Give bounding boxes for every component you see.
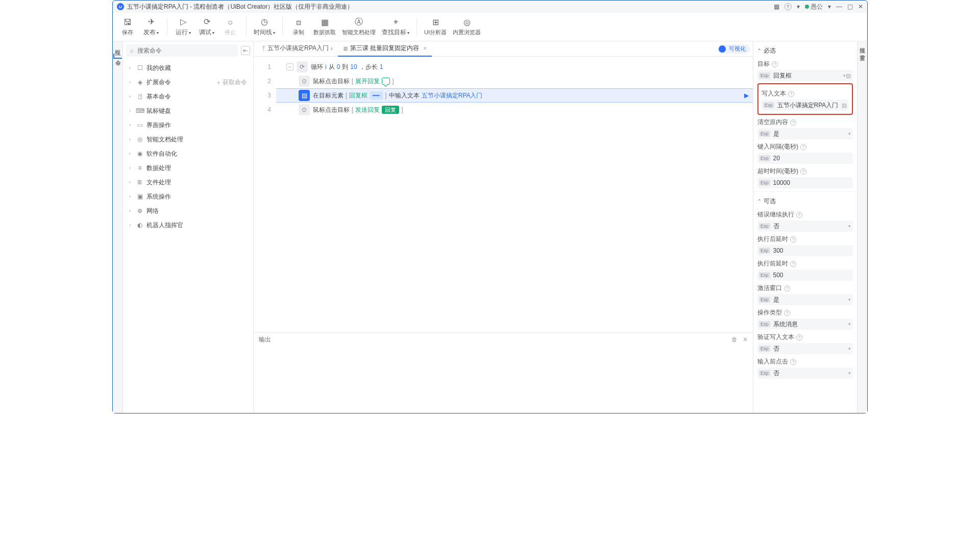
info-icon[interactable]: ? (800, 144, 806, 150)
system-icon: ▣ (136, 193, 143, 200)
help-icon[interactable]: ? (785, 3, 792, 10)
robot-icon: ◐ (136, 222, 143, 229)
info-icon[interactable]: ? (796, 212, 802, 218)
tree-item-mousekb[interactable]: ›⌨鼠标键盘 (126, 104, 250, 118)
docai-button[interactable]: Ⓐ智能文档处理 (339, 16, 379, 38)
info-icon[interactable]: ? (784, 285, 790, 291)
rail-tab-flow[interactable]: 流程 (114, 43, 121, 47)
browser-icon: ◎ (462, 18, 472, 27)
data-icon: ≡ (136, 164, 143, 172)
breadcrumb-tab[interactable]: ᛘ五节小课搞定RPA入门› (257, 41, 338, 57)
optional-section[interactable]: ⌃可选 (757, 195, 853, 207)
debug-icon: ⟳ (202, 17, 212, 27)
info-icon[interactable]: ? (784, 310, 790, 316)
run-icon: ▷ (178, 17, 188, 27)
tree-item-data[interactable]: ›≡数据处理 (126, 161, 250, 175)
info-icon[interactable]: ? (790, 359, 796, 365)
publish-button[interactable]: ✈发布▾ (139, 15, 163, 39)
line-2[interactable]: ⊙ 鼠标点击目标 [ 展开回复 ] (276, 74, 753, 88)
close-icon[interactable]: ✕ (858, 3, 863, 10)
collapse-icon[interactable]: − (286, 63, 293, 70)
user-status[interactable]: 愚公 (805, 3, 823, 11)
target-chip-icon (382, 78, 390, 85)
info-icon[interactable]: ? (790, 119, 796, 126)
line-1[interactable]: − ⟳ 循环 i 从 0 到 10 ，步长 1 (276, 60, 753, 74)
stop-icon: ○ (225, 18, 235, 27)
stop-button: ○停止 (218, 16, 242, 38)
prop-activate-value[interactable]: Exp是▾ (757, 294, 853, 305)
save-button[interactable]: 🖫保存 (116, 16, 139, 38)
apps-icon[interactable]: ▦ (774, 3, 779, 10)
prop-target-value[interactable]: Exp回复框▾▨ (757, 70, 853, 81)
prop-delaybefore-value[interactable]: Exp500 (757, 270, 853, 281)
active-tab[interactable]: ≣第三课 批量回复固定内容× (338, 41, 432, 57)
run-button[interactable]: ▷运行▾ (172, 15, 195, 39)
run-line-icon[interactable]: ▶ (744, 92, 749, 99)
rail-tab-commands[interactable]: 命令 (113, 54, 122, 59)
tree-item-extensions[interactable]: ›◈扩展命令＋ 获取命令 (126, 75, 250, 89)
prop-interval-value[interactable]: Exp20 (757, 153, 853, 164)
line-4[interactable]: ⊙ 鼠标点击目标 [ 发送回复 回复 ] (276, 103, 753, 117)
tree-item-docai[interactable]: ›◎智能文档处理 (126, 132, 250, 147)
prop-text-value[interactable]: Exp五节小课搞定RPA入门▨ (762, 100, 849, 111)
info-icon[interactable]: ? (796, 334, 802, 340)
prop-timeout-value[interactable]: Exp10000 (757, 177, 853, 188)
search-input[interactable] (126, 44, 238, 57)
pick-icon[interactable]: ▨ (846, 72, 851, 79)
minimize-icon[interactable]: — (836, 3, 842, 10)
prop-errcont-label: 错误继续执行 (757, 210, 794, 219)
target-chip: ━━ (370, 91, 383, 100)
get-commands-link[interactable]: ＋ 获取命令 (216, 78, 247, 87)
ext-icon: ◈ (136, 79, 143, 86)
tree-item-file[interactable]: ›🗎文件处理 (126, 175, 250, 189)
edit-icon[interactable]: ▨ (842, 102, 847, 109)
input-icon: ▤ (299, 90, 310, 101)
tree-item-basic[interactable]: ›⍰基本命令 (126, 89, 250, 104)
prop-errcont-value[interactable]: Exp否▾ (757, 221, 853, 232)
prop-clear-value[interactable]: Exp是▾ (757, 128, 853, 139)
window-title: 五节小课搞定RPA入门 - 流程创造者（UiBot Creator）社区版（仅用… (127, 3, 774, 11)
click-icon: ⊙ (299, 76, 310, 87)
visual-toggle[interactable]: 可视化 (718, 44, 750, 54)
folder-icon: ☐ (136, 64, 143, 71)
trash-icon[interactable]: 🗑 (731, 336, 738, 343)
line-3-selected[interactable]: ▤ 在目标元素 [ 回复框 ━━ ] 中输入文本 五节小课搞定RPA入门 ▶ (276, 88, 753, 103)
required-section[interactable]: ⌃必选 (757, 44, 853, 57)
info-icon[interactable]: ? (790, 236, 796, 242)
close-tab-icon[interactable]: × (423, 45, 427, 52)
browser-button[interactable]: ◎内置浏览器 (450, 16, 484, 38)
info-icon[interactable]: ? (790, 261, 796, 267)
tree-item-favorites[interactable]: ›☐我的收藏 (126, 61, 250, 75)
timeline-button[interactable]: ◷时间线▾ (251, 15, 278, 39)
analyzer-icon: ⊞ (430, 18, 440, 27)
prop-preclick-value[interactable]: Exp否▾ (757, 368, 853, 379)
prop-delaybefore-label: 执行前延时 (757, 259, 788, 268)
info-icon[interactable]: ? (788, 91, 794, 97)
prop-activate-label: 激活窗口 (757, 284, 782, 293)
close-output-icon[interactable]: ✕ (743, 336, 748, 343)
capture-button[interactable]: ▦数据抓取 (310, 16, 339, 38)
target-icon: ⌖ (390, 17, 401, 27)
tree-item-network[interactable]: ›⊕网络 (126, 204, 250, 218)
uianalyzer-button[interactable]: ⊞UI分析器 (421, 16, 450, 38)
prop-text-label: 写入文本 (762, 89, 786, 98)
maximize-icon[interactable]: ▢ (847, 3, 853, 10)
tree-item-commander[interactable]: ›◐机器人指挥官 (126, 218, 250, 232)
record-button[interactable]: ⧈录制 (287, 16, 310, 38)
debug-button[interactable]: ⟳调试▾ (195, 15, 218, 39)
collapse-sidebar-icon[interactable]: ⇤ (241, 46, 250, 55)
prop-delayafter-value[interactable]: Exp300 (757, 245, 853, 256)
prop-optype-value[interactable]: Exp系统消息▾ (757, 319, 853, 330)
docai-icon: Ⓐ (354, 18, 364, 27)
tree-item-system[interactable]: ›▣系统操作 (126, 189, 250, 204)
info-icon[interactable]: ? (772, 61, 778, 67)
titlebar: U 五节小课搞定RPA入门 - 流程创造者（UiBot Creator）社区版（… (113, 1, 867, 13)
findtarget-button[interactable]: ⌖查找目标▾ (379, 15, 412, 39)
tree-item-ui[interactable]: ›▭界面操作 (126, 118, 250, 132)
prop-validate-label: 验证写入文本 (757, 333, 794, 342)
capture-icon: ▦ (320, 18, 330, 27)
info-icon[interactable]: ? (800, 168, 806, 175)
prop-validate-value[interactable]: Exp否▾ (757, 343, 853, 354)
layers-icon: ≣ (343, 45, 348, 52)
tree-item-software[interactable]: ›◉软件自动化 (126, 147, 250, 161)
